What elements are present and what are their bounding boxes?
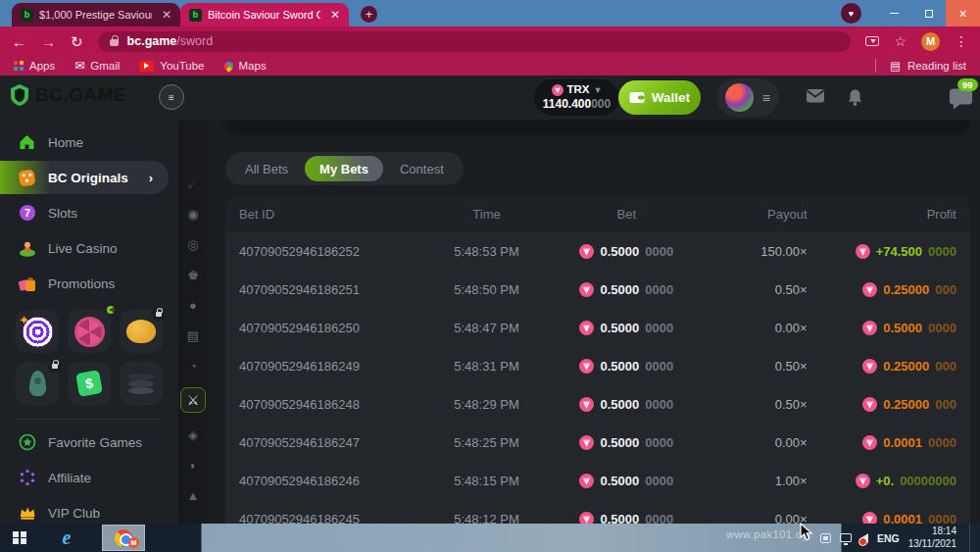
table-row[interactable]: 407090529461862455:48:12 PM0.500000000.0… <box>225 500 970 524</box>
bookmark-gmail[interactable]: ✉Gmail <box>74 59 120 73</box>
target-game-icon[interactable]: ✦ <box>16 310 59 353</box>
table-row[interactable]: 407090529461862485:48:29 PM0.500000000.5… <box>225 385 970 424</box>
tab-all-bets[interactable]: All Bets <box>230 156 303 181</box>
table-row[interactable]: 407090529461862465:48:15 PM0.500000001.0… <box>225 462 970 500</box>
sidebar-item-bc-originals[interactable]: BC Originals› <box>0 161 169 194</box>
game-panel-bottom <box>225 120 970 131</box>
chrome-taskbar-button[interactable]: M <box>102 525 145 551</box>
rocket-game-icon[interactable] <box>16 362 59 405</box>
bookmark-star-icon[interactable]: ☆ <box>894 33 906 49</box>
trx-coin-icon <box>579 474 594 488</box>
notifications-bell-button[interactable] <box>847 88 863 111</box>
sidebar-item-vip-club[interactable]: VIP Club <box>0 496 178 524</box>
tab-contest[interactable]: Contest <box>385 156 459 181</box>
table-row[interactable]: 407090529461862495:48:31 PM0.500000000.5… <box>225 347 970 385</box>
sidebar-collapse-button[interactable]: ≡ <box>159 84 184 110</box>
internet-explorer-button[interactable]: e <box>47 524 86 552</box>
wheel-game-icon[interactable] <box>68 310 111 353</box>
minimize-button[interactable] <box>877 0 911 26</box>
bet-amount: 0.50000000 <box>555 359 698 374</box>
sidebar-item-slots[interactable]: 7Slots <box>0 196 178 229</box>
hat-icon[interactable]: ◗ <box>180 456 206 474</box>
sidebar-item-live-casino[interactable]: Live Casino <box>0 231 178 265</box>
sidebar-nav: HomeBC Originals›7SlotsLive CasinoPromot… <box>0 120 178 300</box>
reading-list-button[interactable]: ▤Reading list <box>875 59 966 73</box>
browser-tab-2[interactable]: b Bitcoin Saviour Sword Game - Pl ✕ <box>180 3 349 26</box>
user-avatar[interactable] <box>725 83 754 112</box>
apps-grid-icon <box>14 61 24 71</box>
browser-tab-1[interactable]: b $1,000 Prestige Saviour Sword Ch ✕ <box>12 3 180 26</box>
coinflip-icon[interactable]: ◎ <box>180 235 206 253</box>
windows-logo-icon <box>13 531 26 545</box>
hilo-icon[interactable]: ▤ <box>180 326 206 344</box>
column-header-profit: Profit <box>813 207 956 222</box>
sidebar-item-favorite-games[interactable]: Favorite Games <box>0 426 178 459</box>
bookmark-apps[interactable]: Apps <box>14 60 55 72</box>
tab-my-bets[interactable]: My Bets <box>305 156 383 181</box>
sidebar-item-affiliate[interactable]: Affiliate <box>0 461 178 494</box>
trx-coin-icon <box>579 397 594 412</box>
bet-payout: 0.50× <box>698 397 812 412</box>
limbo-icon[interactable]: ● <box>180 296 206 314</box>
bookmarks-bar: Apps ✉Gmail YouTube Maps ▤Reading list <box>0 56 980 75</box>
restore-button[interactable] <box>911 0 946 26</box>
close-button[interactable]: × <box>946 0 980 26</box>
bet-profit: 0.50000000 <box>813 321 956 335</box>
table-row[interactable]: 407090529461862505:48:47 PM0.500000000.0… <box>225 309 970 347</box>
trx-coin-icon <box>862 359 877 374</box>
browser-tab-strip: b $1,000 Prestige Saviour Sword Ch ✕ b B… <box>0 0 980 26</box>
forward-icon[interactable]: → <box>41 34 56 49</box>
bcgame-logo[interactable]: BC.GAME <box>10 84 126 106</box>
tray-app-icon[interactable] <box>820 533 831 543</box>
bet-id: 40709052946186252 <box>239 244 418 259</box>
network-icon[interactable] <box>840 533 852 542</box>
bet-payout: 0.50× <box>698 359 812 374</box>
language-indicator[interactable]: ENG <box>877 532 900 544</box>
bookmark-maps[interactable]: Maps <box>224 60 267 72</box>
browser-profile-avatar[interactable]: M <box>921 32 940 51</box>
profile-menu[interactable]: ≡ <box>716 78 779 117</box>
reload-icon[interactable]: ↻ <box>71 34 83 49</box>
start-button[interactable] <box>0 524 39 552</box>
table-row[interactable]: 407090529461862525:48:53 PM0.50000000150… <box>225 232 970 271</box>
column-header-bet-id: Bet ID <box>239 207 418 222</box>
bookmark-youtube[interactable]: YouTube <box>139 60 204 72</box>
sword-icon[interactable]: ⚔ <box>180 387 206 413</box>
table-row[interactable]: 407090529461862515:48:50 PM0.500000000.5… <box>225 271 970 309</box>
url-path: /sword <box>176 34 213 48</box>
tab-close-icon[interactable]: ✕ <box>326 8 340 22</box>
send-to-device-icon[interactable] <box>865 36 879 46</box>
taskbar-clock[interactable]: 18:14 13/11/2021 <box>908 526 960 550</box>
crown-icon[interactable]: ♚ <box>180 266 206 283</box>
bet-time: 5:48:50 PM <box>418 282 555 297</box>
new-tab-button[interactable]: + <box>361 6 377 23</box>
bet-time: 5:48:25 PM <box>418 435 555 450</box>
menu-dots-icon[interactable]: ⋮ <box>955 33 968 49</box>
messages-button[interactable] <box>806 88 825 108</box>
tab-close-icon[interactable]: ✕ <box>158 8 172 22</box>
muted-speaker-icon[interactable] <box>860 533 868 543</box>
sidebar-item-promotions[interactable]: Promotions <box>0 267 178 300</box>
trx-coin-icon <box>579 282 594 297</box>
coin-stack-game-icon[interactable] <box>120 362 163 405</box>
bet-amount: 0.50000000 <box>555 435 698 450</box>
plinko-icon[interactable]: ◉ <box>180 205 206 223</box>
wallet-button[interactable]: Wallet <box>618 80 701 115</box>
piggy-game-icon[interactable] <box>120 310 163 353</box>
currency-selector[interactable]: TRX▼ 1140.400000 <box>534 79 619 116</box>
bet-id: 40709052946186250 <box>239 321 418 335</box>
cash-tag-game-icon[interactable]: $ <box>68 362 111 405</box>
back-icon[interactable]: ← <box>12 34 26 49</box>
url-bar[interactable]: bc.game/sword <box>98 31 852 52</box>
sidebar-item-home[interactable]: Home <box>0 125 178 159</box>
vip-crown-icon <box>18 505 36 521</box>
rocket-icon[interactable]: ▲ <box>180 486 206 504</box>
window-controls: ♥ × <box>841 0 980 26</box>
chat-button[interactable] <box>947 88 972 114</box>
mines-icon[interactable]: ◔ <box>180 357 206 375</box>
table-row[interactable]: 407090529461862475:48:25 PM0.500000000.0… <box>225 424 970 462</box>
roulette-icon[interactable]: ◈ <box>180 426 206 443</box>
show-desktop-button[interactable] <box>969 524 974 552</box>
crash-icon[interactable]: ☄ <box>180 175 206 192</box>
media-controls-button[interactable]: ♥ <box>841 3 861 24</box>
